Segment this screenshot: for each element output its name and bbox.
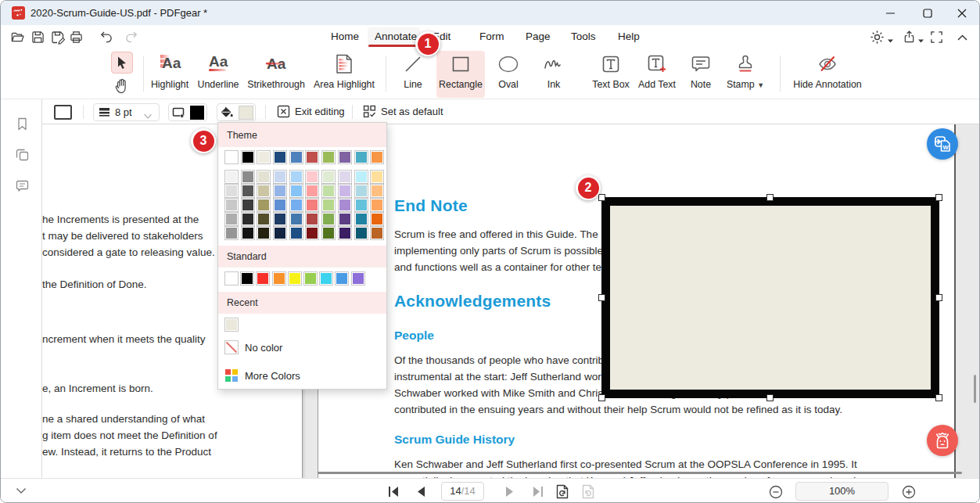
comments-panel-icon[interactable] <box>16 179 29 192</box>
color-swatch[interactable] <box>273 212 287 226</box>
print-icon[interactable] <box>70 31 83 44</box>
pages-panel-icon[interactable] <box>16 148 29 161</box>
color-swatch[interactable] <box>305 170 319 184</box>
first-page-button[interactable] <box>387 485 400 501</box>
resize-handle-n[interactable] <box>766 194 774 201</box>
redo-button[interactable] <box>125 31 138 44</box>
color-swatch[interactable] <box>370 150 384 164</box>
color-swatch[interactable] <box>303 271 318 286</box>
more-colors-icon[interactable] <box>225 369 238 382</box>
color-swatch[interactable] <box>321 150 336 164</box>
more-colors-label[interactable]: More Colors <box>245 370 300 382</box>
color-swatch[interactable] <box>224 150 239 164</box>
page-number-input[interactable]: 14/14 <box>441 482 484 501</box>
color-swatch[interactable] <box>241 212 255 226</box>
color-swatch[interactable] <box>241 170 255 184</box>
collapse-sidebar-icon[interactable] <box>15 485 27 499</box>
color-swatch[interactable] <box>289 226 303 240</box>
border-color-button[interactable] <box>168 103 207 121</box>
color-swatch[interactable] <box>354 212 368 226</box>
bookmarks-panel-icon[interactable] <box>16 117 29 131</box>
color-swatch[interactable] <box>289 150 303 164</box>
color-swatch[interactable] <box>370 170 384 184</box>
color-swatch[interactable] <box>273 170 287 184</box>
collapse-toolbar-icon[interactable] <box>957 32 970 45</box>
tool-strikethrough[interactable]: Aa Strikethrough <box>239 51 314 98</box>
minimize-button[interactable] <box>879 1 903 25</box>
save-icon[interactable] <box>31 31 45 44</box>
color-swatch[interactable] <box>354 226 368 240</box>
undo-button[interactable] <box>99 31 113 44</box>
color-swatch[interactable] <box>354 150 368 164</box>
color-swatch[interactable] <box>305 198 319 212</box>
color-swatch[interactable] <box>289 212 303 226</box>
color-swatch[interactable] <box>224 271 239 286</box>
color-swatch[interactable] <box>289 184 303 198</box>
color-swatch[interactable] <box>321 198 336 212</box>
ai-assistant-button[interactable] <box>927 425 958 456</box>
color-swatch[interactable] <box>305 150 319 164</box>
color-swatch[interactable] <box>257 212 271 226</box>
color-swatch[interactable] <box>321 170 336 184</box>
color-swatch[interactable] <box>305 212 319 226</box>
document-viewport[interactable]: he Increments is presented at thet may b… <box>42 124 980 478</box>
color-swatch[interactable] <box>305 184 319 198</box>
color-swatch[interactable] <box>351 271 365 286</box>
color-swatch[interactable] <box>354 198 368 212</box>
next-page-button[interactable] <box>504 485 515 501</box>
theme-dropdown-icon[interactable] <box>887 34 900 47</box>
exit-editing-button[interactable]: Exit editing <box>277 105 345 118</box>
resize-handle-w[interactable] <box>598 294 605 301</box>
close-button[interactable] <box>950 1 974 25</box>
maximize-button[interactable] <box>916 1 939 25</box>
tool-stamp[interactable]: Stamp ▼ <box>708 51 783 98</box>
shape-style-preview[interactable] <box>54 105 72 120</box>
color-swatch[interactable] <box>370 184 384 198</box>
menu-page[interactable]: Page <box>526 25 551 49</box>
color-swatch[interactable] <box>257 198 271 212</box>
color-swatch[interactable] <box>224 318 239 332</box>
color-swatch[interactable] <box>288 271 302 286</box>
set-as-default-button[interactable]: Set as default <box>363 105 443 118</box>
color-swatch[interactable] <box>370 226 384 240</box>
menu-tools[interactable]: Tools <box>571 25 596 49</box>
color-swatch[interactable] <box>257 184 271 198</box>
resize-handle-s[interactable] <box>766 394 774 401</box>
tool-hide-annotation[interactable]: Hide Annotation <box>790 51 865 98</box>
theme-mode-icon[interactable] <box>870 30 883 43</box>
fill-color-button[interactable] <box>217 103 256 121</box>
save-as-icon[interactable] <box>51 31 64 44</box>
color-swatch[interactable] <box>321 212 336 226</box>
last-page-button[interactable] <box>531 485 544 501</box>
rectangle-annotation[interactable] <box>601 197 939 398</box>
color-swatch[interactable] <box>256 271 270 286</box>
color-swatch[interactable] <box>338 184 352 198</box>
color-swatch[interactable] <box>321 226 336 240</box>
color-swatch[interactable] <box>224 198 239 212</box>
select-tool-button[interactable] <box>111 52 133 74</box>
line-weight-dropdown[interactable]: 8 pt <box>93 103 160 121</box>
color-swatch[interactable] <box>273 198 287 212</box>
no-color-label[interactable]: No color <box>245 342 282 354</box>
color-swatch[interactable] <box>224 212 239 226</box>
color-swatch[interactable] <box>370 198 384 212</box>
color-swatch[interactable] <box>224 184 239 198</box>
color-swatch[interactable] <box>354 184 368 198</box>
color-swatch[interactable] <box>289 170 303 184</box>
color-swatch[interactable] <box>241 198 255 212</box>
color-swatch[interactable] <box>241 184 255 198</box>
color-swatch[interactable] <box>338 150 352 164</box>
no-color-icon[interactable] <box>224 340 239 354</box>
menu-form[interactable]: Form <box>479 25 504 49</box>
color-swatch[interactable] <box>257 170 271 184</box>
menu-home[interactable]: Home <box>331 25 359 49</box>
color-swatch[interactable] <box>338 226 352 240</box>
color-swatch[interactable] <box>370 212 384 226</box>
resize-handle-ne[interactable] <box>935 194 942 201</box>
resize-handle-e[interactable] <box>935 294 942 301</box>
zoom-out-button[interactable] <box>769 485 783 502</box>
color-swatch[interactable] <box>224 226 239 240</box>
color-swatch[interactable] <box>273 150 287 164</box>
rotate-left-button[interactable] <box>555 484 569 502</box>
rotate-right-button[interactable] <box>581 484 595 502</box>
